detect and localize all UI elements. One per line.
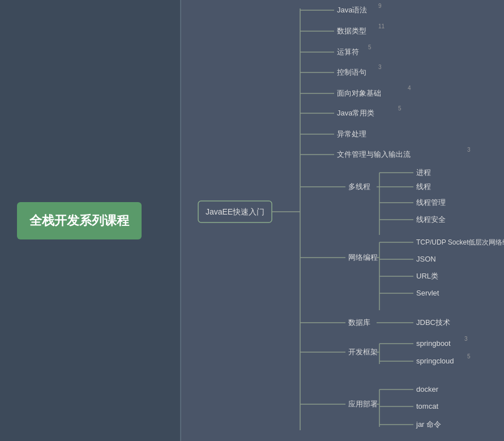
- node-network: 网络编程: [348, 253, 378, 262]
- left-panel: 全栈开发系列课程: [0, 0, 181, 441]
- node-thread-safe: 线程安全: [416, 215, 446, 224]
- node-docker: docker: [416, 385, 439, 393]
- badge-oop: 4: [408, 85, 411, 91]
- node-deploy: 应用部署: [348, 400, 378, 408]
- node-file: 文件管理与输入输出流: [337, 150, 411, 159]
- badge-java-syntax: 9: [378, 3, 382, 9]
- node-database: 数据库: [348, 318, 370, 327]
- svg-rect-0: [181, 0, 504, 441]
- node-springboot: springboot: [416, 339, 451, 348]
- node-process: 进程: [416, 168, 431, 177]
- node-tcpudp: TCP/UDP Socket低层次网络编程: [416, 238, 504, 246]
- node-thread: 线程: [416, 182, 431, 191]
- node-springcloud: springcloud: [416, 357, 454, 365]
- badge-common-class: 5: [398, 105, 402, 112]
- node-control: 控制语句: [337, 68, 366, 76]
- node-url: URL类: [416, 272, 438, 280]
- badge-control: 3: [378, 64, 382, 70]
- badge-data-type: 11: [378, 23, 385, 29]
- node-json: JSON: [416, 255, 436, 263]
- node-common-class: Java常用类: [337, 109, 374, 117]
- node-framework: 开发框架: [348, 348, 378, 356]
- center-node-label: JavaEE快速入门: [206, 207, 264, 216]
- node-exception: 异常处理: [337, 130, 366, 138]
- node-operator: 运算符: [337, 48, 359, 56]
- node-thread-manage: 线程管理: [416, 198, 446, 207]
- node-data-type: 数据类型: [337, 27, 366, 35]
- node-java-syntax: Java语法: [337, 6, 367, 14]
- node-tomcat: tomcat: [416, 402, 438, 410]
- badge-springboot: 3: [464, 336, 468, 342]
- badge-springcloud: 5: [467, 353, 471, 359]
- main-title: 全栈开发系列课程: [17, 202, 142, 239]
- node-jar: jar 命令: [416, 420, 441, 429]
- node-oop: 面向对象基础: [337, 89, 381, 97]
- badge-operator: 5: [368, 44, 371, 50]
- node-multithread: 多线程: [348, 182, 370, 191]
- node-jdbc: JDBC技术: [416, 318, 450, 327]
- badge-file: 3: [467, 147, 471, 153]
- mind-map-svg: JavaEE快速入门 Java语法 9 数据类型 11 运算符 5 控制语句 3…: [181, 0, 504, 441]
- right-panel: JavaEE快速入门 Java语法 9 数据类型 11 运算符 5 控制语句 3…: [181, 0, 504, 441]
- node-servlet: Servlet: [416, 289, 439, 297]
